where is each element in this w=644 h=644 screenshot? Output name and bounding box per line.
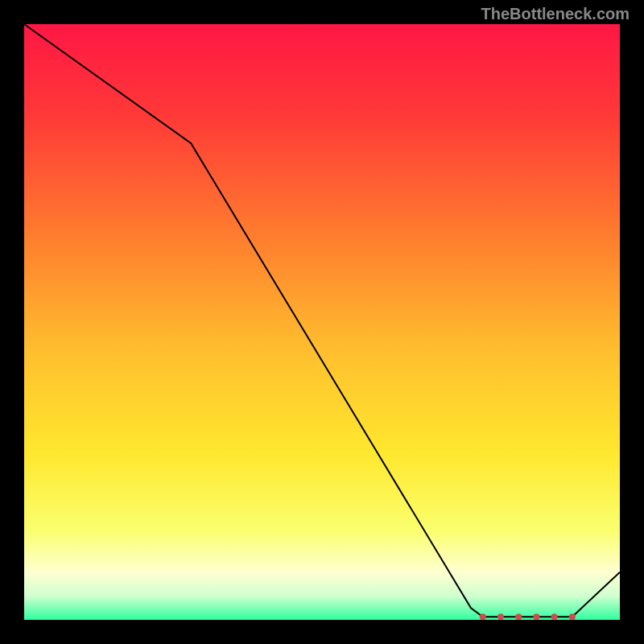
watermark-text: TheBottleneck.com <box>481 5 630 23</box>
chart-container: TheBottleneck.com <box>0 0 644 644</box>
plot-background <box>24 24 620 620</box>
marker-point <box>497 613 504 620</box>
marker-point <box>480 613 486 620</box>
marker-point <box>515 613 522 620</box>
bottleneck-chart <box>0 0 644 644</box>
marker-point <box>569 613 576 620</box>
marker-point <box>551 613 558 620</box>
marker-point <box>533 613 539 620</box>
